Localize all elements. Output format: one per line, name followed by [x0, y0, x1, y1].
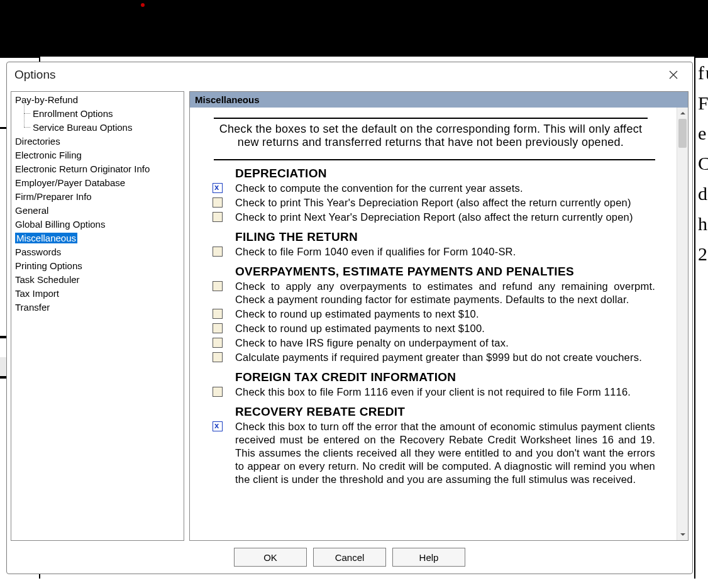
checkbox[interactable] [213, 387, 223, 397]
tree-item-label: General [15, 205, 48, 216]
option-text: Check to file Form 1040 even if qualifie… [235, 245, 655, 258]
tree-item-label: Service Bureau Options [33, 122, 132, 133]
tree-item[interactable]: Electronic Filing [11, 148, 184, 162]
section-title: DEPRECIATION [235, 167, 667, 180]
tree-item-label: Printing Options [15, 260, 82, 271]
option-row: Check to round up estimated payments to … [195, 308, 667, 321]
vertical-scrollbar[interactable] [677, 108, 688, 540]
tree-item[interactable]: Service Bureau Options [11, 121, 184, 135]
content-scroll: Check the boxes to set the default on th… [190, 108, 688, 540]
checkbox[interactable] [213, 352, 223, 362]
tree-item[interactable]: Miscellaneous [11, 231, 184, 245]
tree-item-label: Electronic Return Originator Info [15, 164, 150, 174]
tree-item[interactable]: Enrollment Options [11, 107, 184, 121]
tree-item[interactable]: Tax Import [11, 287, 184, 301]
option-row: Check this box to turn off the error tha… [195, 420, 667, 486]
section: FOREIGN TAX CREDIT INFORMATIONCheck this… [195, 370, 667, 399]
option-row: Check to apply any overpayments to estim… [195, 280, 667, 306]
tree-item-label: Transfer [15, 302, 50, 313]
option-text: Check to round up estimated payments to … [235, 308, 655, 321]
tree-item[interactable]: Printing Options [11, 259, 184, 273]
intro-text: Check the boxes to set the default on th… [214, 123, 648, 155]
checkbox[interactable] [213, 197, 223, 208]
checkbox[interactable] [213, 281, 223, 291]
cutoff-hidden-title [214, 111, 648, 119]
checkbox[interactable] [213, 309, 223, 319]
tree-item-label: Firm/Preparer Info [15, 191, 92, 202]
tree-item-label: Electronic Filing [15, 150, 82, 160]
checkbox[interactable] [213, 247, 223, 257]
option-text: Check this box to file Form 1116 even if… [235, 386, 655, 399]
chevron-up-icon [680, 110, 686, 116]
scroll-up-button[interactable] [677, 108, 688, 119]
section-title: OVERPAYMENTS, ESTIMATE PAYMENTS AND PENA… [235, 265, 667, 279]
background-right-col: fu Fo e C d h 2 [694, 57, 708, 579]
dialog-title: Options [14, 68, 660, 82]
tree-item-label: Tax Import [15, 288, 59, 299]
option-text: Check to compute the convention for the … [235, 182, 655, 195]
option-row: Check to print Next Year's Depreciation … [195, 211, 667, 224]
section: DEPRECIATIONCheck to compute the convent… [195, 167, 667, 224]
option-text: Check to round up estimated payments to … [235, 322, 655, 335]
section-title: FILING THE RETURN [235, 230, 667, 244]
checkbox[interactable] [213, 338, 223, 348]
content-header: Miscellaneous [190, 92, 688, 108]
close-icon [669, 70, 678, 79]
option-text: Check to print Next Year's Depreciation … [235, 211, 655, 224]
options-dialog: Options Pay-by-RefundEnrollment OptionsS… [6, 62, 693, 574]
red-dot-decoration [141, 3, 145, 7]
option-text: Check to have IRS figure penalty on unde… [235, 336, 655, 350]
checkbox[interactable] [213, 183, 223, 193]
tree-item[interactable]: Electronic Return Originator Info [11, 162, 184, 176]
scroll-thumb[interactable] [678, 119, 687, 148]
option-row: Calculate payments if required payment g… [195, 351, 667, 364]
option-row: Check to have IRS figure penalty on unde… [195, 336, 667, 350]
tree-item[interactable]: Pay-by-Refund [11, 93, 184, 107]
option-row: Check to print This Year's Depreciation … [195, 196, 667, 209]
tree-item[interactable]: Employer/Payer Database [11, 176, 184, 190]
tree-item[interactable]: Transfer [11, 301, 184, 314]
tree-item[interactable]: Passwords [11, 245, 184, 259]
background-black-bar [0, 0, 708, 57]
option-text: Check this box to turn off the error tha… [235, 420, 655, 486]
tree-item[interactable]: General [11, 204, 184, 218]
option-text: Check to apply any overpayments to estim… [235, 280, 655, 306]
section-title: RECOVERY REBATE CREDIT [235, 405, 667, 419]
checkbox[interactable] [213, 323, 223, 333]
dialog-footer: OK Cancel Help [7, 541, 692, 574]
chevron-down-icon [680, 531, 686, 538]
checkbox[interactable] [213, 212, 223, 222]
tree-item[interactable]: Directories [11, 135, 184, 148]
option-text: Check to print This Year's Depreciation … [235, 196, 655, 209]
section-title: FOREIGN TAX CREDIT INFORMATION [235, 370, 667, 384]
close-button[interactable] [660, 66, 687, 84]
section: RECOVERY REBATE CREDITCheck this box to … [195, 405, 667, 486]
tree-item-label: Directories [15, 136, 60, 147]
option-row: Check to compute the convention for the … [195, 182, 667, 195]
section: OVERPAYMENTS, ESTIMATE PAYMENTS AND PENA… [195, 265, 667, 364]
tree-item-label: Employer/Payer Database [15, 177, 125, 188]
tree-item[interactable]: Firm/Preparer Info [11, 190, 184, 204]
section: FILING THE RETURNCheck to file Form 1040… [195, 230, 667, 258]
option-row: Check this box to file Form 1116 even if… [195, 386, 667, 399]
tree-item-label: Enrollment Options [33, 108, 113, 119]
tree-item-label: Passwords [15, 247, 61, 257]
checkbox[interactable] [213, 421, 223, 431]
category-tree[interactable]: Pay-by-RefundEnrollment OptionsService B… [11, 91, 184, 541]
option-row: Check to file Form 1040 even if qualifie… [195, 245, 667, 258]
ok-button[interactable]: OK [234, 548, 307, 567]
content-pane: Miscellaneous Check the boxes to set the… [189, 91, 689, 541]
tree-item[interactable]: Global Billing Options [11, 218, 184, 231]
dialog-titlebar: Options [7, 62, 692, 87]
tree-item[interactable]: Task Scheduler [11, 273, 184, 287]
tree-item-label: Miscellaneous [15, 233, 77, 243]
option-text: Calculate payments if required payment g… [235, 351, 655, 364]
intro-divider [214, 159, 655, 160]
content-inner: Check the boxes to set the default on th… [190, 108, 677, 540]
help-button[interactable]: Help [392, 548, 465, 567]
scroll-track[interactable] [677, 119, 688, 529]
dialog-body: Pay-by-RefundEnrollment OptionsService B… [7, 87, 692, 541]
tree-item-label: Task Scheduler [15, 274, 80, 285]
scroll-down-button[interactable] [677, 529, 688, 540]
cancel-button[interactable]: Cancel [313, 548, 386, 567]
